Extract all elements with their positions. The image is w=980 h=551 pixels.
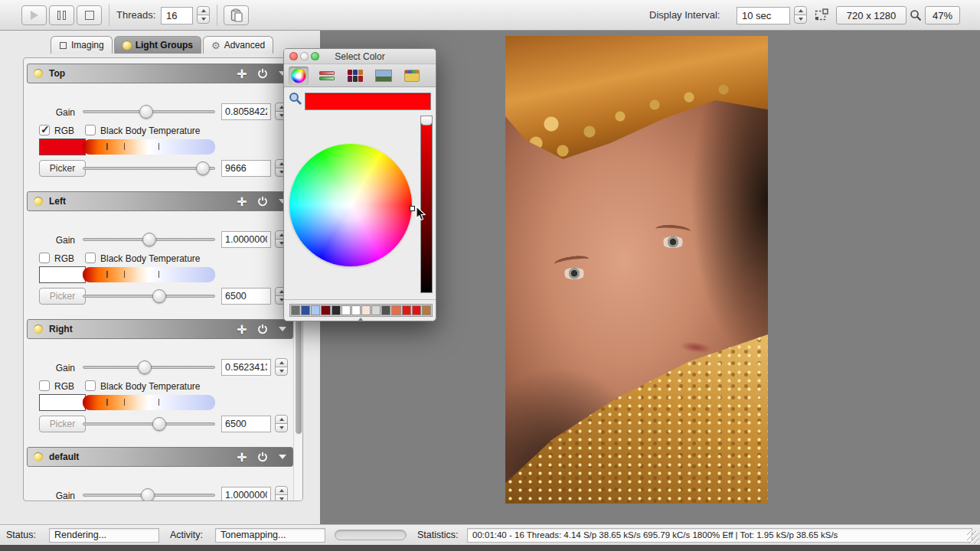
threads-input[interactable] [161,7,193,24]
gain-stepper[interactable] [275,486,288,501]
blackbody-gradient-bar[interactable] [83,395,215,410]
light-group-header[interactable]: Right ✛ [27,319,293,339]
chevron-down-icon[interactable] [279,455,286,459]
picker-slider[interactable] [83,160,215,177]
tab-imaging[interactable]: Imaging [51,36,113,54]
slider-thumb[interactable] [141,488,155,501]
palette-swatch[interactable] [311,305,320,315]
add-icon[interactable]: ✛ [237,452,247,463]
resize-grip[interactable] [967,531,979,543]
power-icon[interactable] [257,324,268,334]
blackbody-gradient-bar[interactable] [83,139,215,155]
palette-swatch[interactable] [301,305,310,315]
color-wheel[interactable] [289,144,412,266]
dialog-titlebar[interactable]: Select Color [284,49,436,64]
picker-value-field[interactable] [221,160,271,177]
picker-slider[interactable] [83,288,215,305]
stepper-down-button[interactable] [794,15,807,24]
display-interval-stepper[interactable] [794,6,807,24]
picker-value-field[interactable] [221,288,271,305]
palette-swatch[interactable] [361,305,371,315]
palette-swatch[interactable] [391,305,400,315]
palette-swatch[interactable] [412,305,421,315]
close-window-icon[interactable] [289,52,298,60]
slider-thumb[interactable] [138,360,152,374]
tab-advanced[interactable]: ⚙ Advanced [203,36,273,54]
slider-thumb[interactable] [152,289,166,303]
resolution-field[interactable]: 551 x 980 [836,6,906,24]
stepper-down-button[interactable] [275,494,288,501]
picker-button[interactable]: Picker [39,416,86,432]
light-group-header[interactable]: default ✛ [27,447,293,467]
tab-light-groups[interactable]: Light Groups [114,36,201,54]
swatch-drawer-handle[interactable] [358,318,364,321]
render-pause-button[interactable] [49,5,74,25]
slider-thumb[interactable] [142,233,156,246]
color-loupe-icon[interactable] [289,92,302,108]
render-resume-button[interactable] [21,5,47,25]
blackbody-gradient-bar[interactable] [83,267,215,282]
palette-swatch[interactable] [321,305,330,315]
minimize-window-icon[interactable] [300,52,309,60]
palette-swatch[interactable] [402,305,411,315]
black-body-checkbox[interactable] [85,125,96,135]
gain-value-field[interactable] [221,487,271,501]
chevron-down-icon[interactable] [279,327,286,331]
slider-thumb[interactable] [152,417,166,431]
color-swatch[interactable] [39,139,86,155]
palette-swatch[interactable] [371,305,381,315]
rgb-checkbox[interactable] [39,380,50,391]
render-stop-button[interactable] [77,5,102,25]
slider-thumb[interactable] [139,105,153,119]
display-interval-input[interactable] [737,7,790,24]
power-icon[interactable] [257,196,268,207]
gain-slider[interactable] [83,487,215,501]
image-palettes-mode-button[interactable] [374,67,394,85]
power-icon[interactable] [257,68,268,79]
color-swatch[interactable] [39,394,86,411]
color-swatch[interactable] [39,266,86,283]
picker-stepper[interactable] [275,415,288,433]
picker-button[interactable]: Picker [39,160,86,177]
picker-slider[interactable] [83,416,215,432]
gain-value-field[interactable] [221,103,271,120]
stepper-down-button[interactable] [275,423,288,432]
threads-stepper[interactable] [197,6,210,24]
palette-swatch[interactable] [332,305,341,315]
gain-slider[interactable] [83,359,215,376]
picker-value-field[interactable] [221,416,271,432]
add-icon[interactable]: ✛ [237,68,247,80]
black-body-checkbox[interactable] [85,380,96,391]
gain-value-field[interactable] [221,359,271,376]
palette-swatch[interactable] [351,305,361,315]
slider-thumb[interactable] [196,161,210,175]
add-icon[interactable]: ✛ [237,196,247,207]
zoom-window-icon[interactable] [311,52,319,60]
palette-swatch[interactable] [422,305,431,315]
color-palettes-mode-button[interactable] [345,67,365,85]
color-sliders-mode-button[interactable] [317,67,337,85]
power-icon[interactable] [257,452,268,462]
brightness-slider-thumb[interactable] [420,116,433,126]
color-wheel-marker[interactable] [410,206,415,211]
gain-slider[interactable] [83,103,215,120]
light-group-header[interactable]: Left ✛ [27,191,293,211]
stepper-down-button[interactable] [275,367,288,376]
zoom-level-field[interactable]: 47% [925,6,960,24]
add-icon[interactable]: ✛ [237,324,247,335]
color-wheel-mode-button[interactable] [289,67,309,85]
rgb-checkbox[interactable] [39,125,50,135]
gain-slider[interactable] [83,231,215,248]
crayons-mode-button[interactable] [402,67,422,85]
black-body-checkbox[interactable] [85,253,96,263]
fit-resolution-icon[interactable] [815,8,828,24]
palette-swatch[interactable] [381,305,390,315]
copy-button[interactable] [224,5,249,25]
zoom-magnifier-icon[interactable] [910,9,922,24]
picker-button[interactable]: Picker [39,288,86,305]
gain-stepper[interactable] [275,358,288,377]
rgb-checkbox[interactable] [39,253,50,263]
light-group-header[interactable]: Top ✛ [27,64,293,83]
palette-swatch[interactable] [341,305,351,315]
stepper-down-button[interactable] [197,15,210,24]
